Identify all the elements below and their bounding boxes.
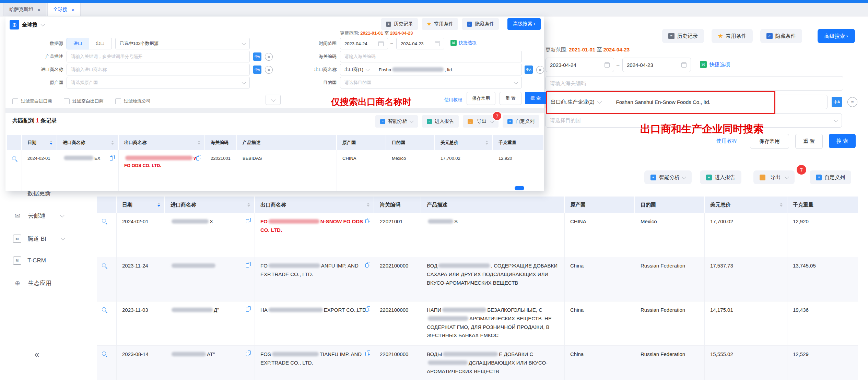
exact-match-icon[interactable]: = [265,66,273,74]
hide-conditions-button[interactable]: ↕ 隐藏条件 [462,18,499,30]
hide-conditions-button[interactable]: ↕ 隐藏条件 [760,29,802,43]
translate-icon[interactable]: 中A [525,66,533,74]
checkbox[interactable] [115,98,121,104]
enter-report-button-bg[interactable]: ≡ 进入报告 [700,170,741,184]
magnifier-icon[interactable] [102,307,107,313]
translate-icon[interactable]: 中A [253,66,261,74]
exact-match-icon[interactable]: = [265,53,273,61]
quick-options-label[interactable]: 快捷选项 [459,40,477,46]
history-button[interactable]: ≡ 历史记录 [381,18,418,30]
collapse-form-button[interactable] [266,95,281,105]
row-search-cell[interactable] [7,150,22,191]
sort-icon[interactable] [247,203,250,207]
reset-button[interactable]: 重 置 [500,92,521,105]
date-from-field[interactable]: 2023-04-24 [340,38,388,49]
column-header[interactable]: 出口商名称 [119,135,205,150]
sort-icon[interactable] [198,141,200,145]
chevron-down-icon[interactable] [785,175,789,179]
exporter-field[interactable]: 出口商,生产企业(2) Foshan Sanshui En-Snow Foods… [546,95,828,109]
sort-icon[interactable] [367,203,370,207]
filter-checkbox-3[interactable]: 过滤物流公司 [115,98,151,104]
magnifier-icon[interactable] [102,351,107,357]
filter-checkbox-1[interactable]: 过滤空白进口商 [12,98,52,104]
quick-options-label[interactable]: 快捷选项 [709,61,730,68]
save-frequent-button[interactable]: 保存常用 [467,92,495,105]
row-search-cell[interactable] [97,213,117,257]
product-desc-input[interactable]: 请输入关键词，多关键词用分号隔开 [67,51,250,62]
sidebar-item-2[interactable]: ✉云邮通 [13,212,64,220]
copy-icon[interactable] [246,351,251,356]
export-button[interactable]: → 导出 7 [463,115,498,128]
custom-columns-button-bg[interactable]: ≡ 自定义列 [810,170,851,184]
magnifier-icon[interactable] [102,263,107,269]
column-header[interactable]: 出口商名称 [255,197,374,213]
exact-match-icon[interactable]: = [847,97,857,107]
sort-icon[interactable] [780,203,783,207]
row-search-cell[interactable] [97,301,117,345]
copy-icon[interactable] [365,262,371,268]
copy-icon[interactable] [246,306,251,312]
filter-checkbox-2[interactable]: 过滤空白出口商 [64,98,104,104]
copy-icon[interactable] [246,218,251,224]
search-button[interactable]: 搜 索 [525,92,546,104]
export-button-bg[interactable]: → 导出 [753,170,795,184]
sort-icon[interactable] [111,141,114,145]
quick-options[interactable]: ⌘ 快捷选项 [700,61,730,68]
hs-code-input[interactable]: 请输入海关编码 [546,76,843,91]
column-header[interactable]: 日期 [117,197,165,213]
close-icon[interactable]: × [72,7,75,13]
chevron-down-icon[interactable] [40,22,45,26]
importer-input[interactable]: 请输入进口商名称 [67,64,250,75]
copy-icon[interactable] [365,218,371,224]
tutorial-link[interactable]: 使用教程 [444,97,462,103]
row-search-cell[interactable] [97,346,117,380]
hs-code-input[interactable]: 请输入海关编码 [340,51,522,62]
toggle-export[interactable]: 出口 [89,38,112,49]
column-header[interactable]: 美元总价 [705,197,787,213]
reset-button-bg[interactable]: 重 置 [795,134,823,149]
column-header[interactable]: 进口商名称 [165,197,255,213]
row-search-cell[interactable] [97,257,117,301]
sort-icon[interactable] [157,203,160,207]
copy-icon[interactable] [196,155,201,161]
date-to-field[interactable]: 2024-04-23 [622,58,691,72]
close-icon[interactable]: × [37,7,40,13]
origin-select[interactable]: 请选择原产国 [67,77,250,88]
search-button-bg[interactable]: 搜 索 [829,134,856,148]
sort-icon[interactable] [485,141,488,145]
tab-kazakhstan[interactable]: 哈萨克斯坦 × [3,3,46,16]
exporter-mode-select[interactable]: 出口商(1) [340,64,373,75]
date-from-field[interactable]: 2023-04-24 [546,58,614,72]
tab-global-search[interactable]: 全球搜 × [47,3,81,16]
copy-icon[interactable] [365,351,371,356]
magnifier-icon[interactable] [12,156,17,162]
datasource-select[interactable]: 已选中102个数据源 [115,38,250,49]
frequent-conditions-button[interactable]: ★ 常用条件 [712,29,753,43]
custom-columns-button[interactable]: ≡ 自定义列 [503,115,539,128]
column-header[interactable]: 日期 [22,135,57,150]
copy-icon[interactable] [365,306,371,312]
exact-match-icon[interactable]: = [536,66,544,74]
checkbox[interactable] [64,98,70,104]
calendar-icon[interactable] [605,62,610,68]
calendar-icon[interactable] [378,41,384,46]
translate-icon[interactable]: 中A [832,97,842,107]
sidebar-item-3[interactable]: BI腾道 BI [13,235,64,243]
column-header[interactable]: 美元总价 [435,135,493,150]
sidebar-item-4[interactable]: MT-CRM [13,257,46,265]
column-header[interactable]: 进口商名称 [57,135,119,150]
smart-analysis-button-bg[interactable]: ≡ 智能分析 [644,170,692,184]
copy-icon[interactable] [110,155,115,161]
toggle-import[interactable]: 进口 [67,38,89,49]
sidebar-collapse-button[interactable]: « [34,349,39,360]
smart-analysis-button[interactable]: ≡ 智能分析 [375,115,418,128]
calendar-icon[interactable] [435,41,440,46]
pagination-chip[interactable] [515,186,524,190]
exporter-field[interactable]: 出口商(1) Fosha, ltd. [340,64,522,75]
sort-icon[interactable] [50,141,52,145]
history-button[interactable]: ≡ 历史记录 [662,29,704,43]
checkbox[interactable] [12,98,18,104]
sidebar-item-5[interactable]: ⊕生态应用 [13,279,51,287]
quick-options[interactable]: ⌘ 快捷选项 [450,40,477,46]
exporter-mode-select[interactable]: 出口商,生产企业(2) [546,95,606,109]
